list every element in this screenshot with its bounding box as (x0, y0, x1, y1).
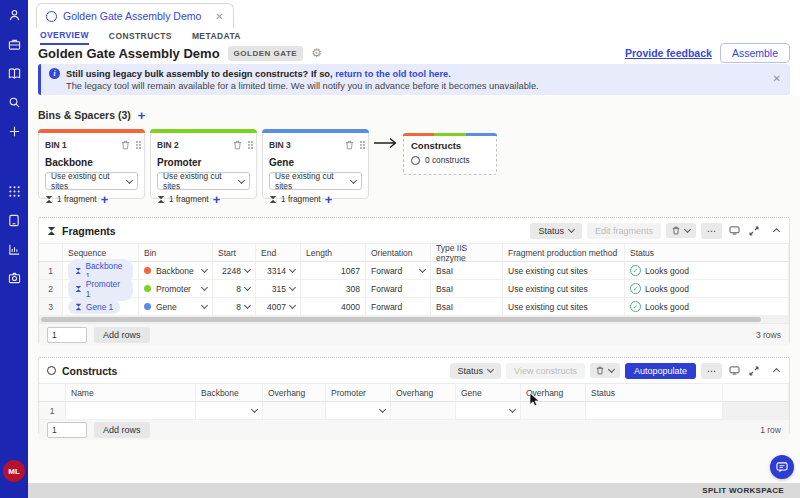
more-options-button[interactable]: ⋯ (701, 223, 722, 239)
scrollbar-thumb[interactable] (41, 317, 761, 322)
fullscreen-icon[interactable] (727, 366, 742, 375)
user-avatar[interactable]: ML (3, 460, 25, 482)
edit-fragments-button[interactable]: Edit fragments (587, 223, 661, 239)
add-fragment-icon[interactable]: + (101, 195, 109, 204)
bin-1-method-select[interactable]: Use existing cut sites (45, 172, 138, 190)
expand-icon[interactable] (747, 226, 761, 236)
column-header (39, 384, 66, 402)
bin-card-1: BIN 1 Backbone Use existing cut sites 1 … (38, 129, 145, 199)
bin-1-label: BIN 1 (45, 140, 67, 150)
search-icon[interactable] (7, 95, 21, 109)
sequence-chip[interactable]: Gene 1 (68, 300, 120, 314)
column-header: End (256, 244, 301, 262)
sequence-cell[interactable]: Promoter 1 (63, 280, 139, 298)
sequence-cell[interactable]: Gene 1 (63, 298, 139, 316)
add-rows-button[interactable]: Add rows (94, 422, 150, 438)
gene-select-cell[interactable] (456, 402, 521, 420)
drag-handle-icon[interactable] (360, 141, 362, 143)
assemble-button[interactable]: Assemble (720, 43, 790, 63)
add-rows-button[interactable]: Add rows (94, 327, 150, 343)
delete-rows-button[interactable] (666, 223, 696, 238)
fragment-icon (75, 267, 81, 275)
overhang-cell[interactable] (391, 402, 456, 420)
page-title: Golden Gate Assembly Demo (38, 46, 220, 61)
provide-feedback-link[interactable]: Provide feedback (625, 47, 712, 59)
registry-tablet-icon[interactable] (7, 213, 21, 227)
workspace-tab[interactable]: Golden Gate Assembly Demo ✕ (36, 3, 234, 28)
bin-3-method-value: Use existing cut sites (275, 171, 351, 191)
chat-help-button[interactable] (770, 455, 794, 479)
autopopulate-button[interactable]: Autopopulate (625, 363, 696, 379)
orientation-cell[interactable]: Forward (366, 298, 431, 316)
start-cell[interactable]: 2248 (213, 262, 256, 280)
end-cell[interactable]: 315 (256, 280, 301, 298)
delete-bin-icon[interactable] (233, 136, 242, 154)
sequence-chip[interactable]: Promoter 1 (68, 277, 133, 301)
constructs-status-button[interactable]: Status (450, 363, 502, 379)
delete-bin-icon[interactable] (345, 136, 354, 154)
column-header: Status (625, 244, 789, 262)
overhang-cell[interactable] (263, 402, 326, 420)
end-cell[interactable]: 3314 (256, 262, 301, 280)
delete-rows-button[interactable] (590, 363, 620, 378)
insights-chart-icon[interactable] (7, 242, 21, 256)
create-plus-icon[interactable] (7, 124, 21, 138)
bin-cell[interactable]: Backbone (139, 262, 213, 280)
fragments-icon (47, 226, 56, 236)
bin-cell[interactable]: Promoter (139, 280, 213, 298)
length-cell: 308 (301, 280, 366, 298)
add-bin-icon[interactable]: + (138, 111, 146, 120)
start-cell[interactable]: 8 (213, 298, 256, 316)
old-tool-link[interactable]: return to the old tool here. (335, 69, 451, 79)
delete-bin-icon[interactable] (121, 136, 130, 154)
start-cell[interactable]: 8 (213, 280, 256, 298)
drag-handle-icon[interactable] (248, 141, 250, 143)
orientation-cell[interactable]: Forward (366, 262, 431, 280)
bin-3-method-select[interactable]: Use existing cut sites (269, 172, 362, 190)
add-rows-count-input[interactable] (47, 422, 87, 438)
orientation-cell[interactable]: Forward (366, 280, 431, 298)
name-cell[interactable] (66, 402, 196, 420)
add-rows-count-input[interactable] (47, 327, 87, 343)
check-icon: ✓ (630, 283, 641, 294)
mouse-cursor (529, 392, 541, 408)
horizontal-scrollbar[interactable] (39, 316, 789, 324)
bin-color-dot (144, 303, 151, 310)
add-fragment-icon[interactable]: + (213, 195, 221, 204)
filler-cell (723, 402, 789, 420)
fragments-status-button[interactable]: Status (530, 223, 582, 239)
notebook-icon[interactable] (7, 66, 21, 80)
tab-close-icon[interactable]: ✕ (215, 11, 223, 22)
bin-1-method-value: Use existing cut sites (51, 171, 127, 191)
split-workspace-label[interactable]: SPLIT WORKSPACE (702, 486, 784, 495)
constructs-panel: Constructs Status View constructs Autopo… (38, 357, 790, 434)
banner-close-icon[interactable]: ✕ (773, 73, 781, 84)
bin-2-color-strip (150, 129, 257, 133)
backbone-select-cell[interactable] (196, 402, 263, 420)
bins-title-label: Bins & Spacers (3) (38, 109, 131, 121)
settings-gear-icon[interactable]: ⚙ (311, 47, 322, 59)
briefcase-icon[interactable] (7, 37, 21, 51)
expand-icon[interactable] (747, 366, 761, 376)
check-icon: ✓ (630, 265, 641, 276)
collapse-panel-icon[interactable] (772, 367, 781, 374)
banner-text: Still using legacy bulk assembly to desi… (66, 69, 451, 79)
more-options-button[interactable]: ⋯ (701, 363, 722, 379)
row-count-label: 3 rows (756, 330, 781, 340)
logo-icon[interactable] (7, 8, 21, 22)
fullscreen-icon[interactable] (727, 226, 742, 235)
view-constructs-button[interactable]: View constructs (506, 363, 585, 379)
apps-grid-icon[interactable] (7, 184, 21, 198)
page-header: Golden Gate Assembly Demo GOLDEN GATE ⚙ … (28, 42, 800, 64)
banner-bold-text: Still using legacy bulk assembly to desi… (66, 69, 333, 79)
promoter-select-cell[interactable] (326, 402, 391, 420)
bin-2-method-select[interactable]: Use existing cut sites (157, 172, 250, 190)
end-cell[interactable]: 4007 (256, 298, 301, 316)
collapse-panel-icon[interactable] (772, 227, 781, 234)
add-fragment-icon[interactable]: + (325, 195, 333, 204)
drag-handle-icon[interactable] (136, 141, 138, 143)
archive-camera-icon[interactable] (7, 271, 21, 285)
chevron-down-icon (126, 176, 133, 183)
bin-cell[interactable]: Gene (139, 298, 213, 316)
sidebar: ML (0, 0, 28, 498)
